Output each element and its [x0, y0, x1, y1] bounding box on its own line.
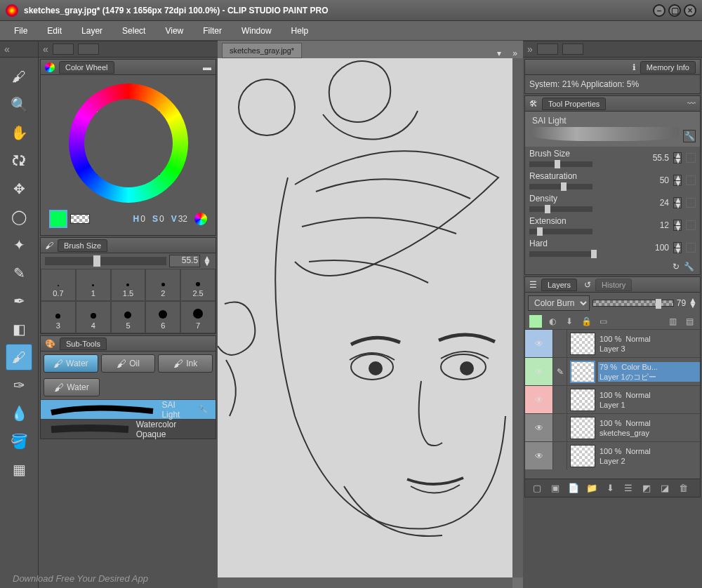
expand-icon[interactable]: » — [527, 44, 533, 55]
brush-size-value[interactable]: 55.5 — [169, 255, 200, 267]
history-tab[interactable]: History — [595, 279, 632, 291]
menu-window[interactable]: Window — [241, 26, 272, 36]
layer-row[interactable]: 👁100 % Normalsketches_gray — [525, 413, 700, 441]
rotate-tool[interactable]: 🗘 — [6, 147, 32, 174]
menu-view[interactable]: View — [165, 26, 183, 36]
layers-tab[interactable]: Layers — [541, 279, 577, 291]
mask-icon[interactable]: ▥ — [666, 315, 679, 328]
lock-icon[interactable]: 🔒 — [580, 315, 592, 328]
prop-link-icon[interactable] — [686, 153, 696, 163]
brush-preset[interactable]: 1 — [76, 269, 111, 301]
layer-row[interactable]: 👁100 % NormalLayer 3 — [525, 329, 700, 357]
eraser-tool[interactable]: ◧ — [6, 316, 32, 342]
new-folder-icon[interactable]: ▣ — [549, 482, 562, 495]
pen-tool[interactable]: ✒ — [6, 288, 32, 314]
prop-slider[interactable] — [529, 206, 592, 212]
prop-down[interactable]: ▼ — [673, 203, 682, 208]
maximize-button[interactable]: ▢ — [668, 4, 681, 17]
subtool-cat-ink[interactable]: 🖌Ink — [158, 354, 213, 373]
prop-slider[interactable] — [529, 161, 592, 167]
prop-down[interactable]: ▼ — [673, 248, 682, 253]
visibility-toggle[interactable]: 👁 — [525, 386, 553, 413]
layer-color-swatch[interactable] — [529, 315, 542, 328]
reference-icon[interactable]: ▭ — [597, 315, 609, 328]
layer-row[interactable]: 👁100 % NormalLayer 2 — [525, 441, 700, 469]
canvas[interactable] — [218, 58, 512, 577]
brush-size-down[interactable]: ▼ — [203, 261, 211, 266]
prop-link-icon[interactable] — [686, 198, 696, 208]
bg-swatch[interactable] — [70, 214, 90, 224]
edit-indicator[interactable] — [553, 442, 567, 469]
hand-tool[interactable]: ✋ — [6, 119, 32, 146]
visibility-toggle[interactable]: 👁 — [525, 414, 553, 441]
prop-down[interactable]: ▼ — [673, 225, 682, 231]
menu-help[interactable]: Help — [291, 26, 309, 36]
subtool-watercolor-opaque[interactable]: Watercolor Opaque — [41, 419, 216, 439]
brush-size-slider[interactable] — [45, 257, 166, 265]
airbrush-tool[interactable]: ✑ — [6, 372, 32, 399]
prop-slider[interactable] — [529, 251, 592, 257]
prop-slider[interactable] — [529, 184, 592, 189]
prop-link-icon[interactable] — [686, 243, 696, 253]
vertical-scrollbar[interactable] — [512, 58, 523, 577]
minimize-button[interactable]: – — [653, 4, 665, 17]
edit-indicator[interactable] — [553, 414, 567, 441]
brush-preset[interactable]: 7 — [180, 301, 216, 333]
lock-alpha-icon[interactable]: ◐ — [546, 315, 559, 328]
layer-row[interactable]: 👁100 % NormalLayer 1 — [525, 385, 700, 413]
brush-preset[interactable]: 2.5 — [180, 269, 216, 301]
edit-indicator[interactable] — [553, 330, 567, 357]
menu-edit[interactable]: Edit — [47, 26, 62, 36]
prop-down[interactable]: ▼ — [673, 180, 682, 186]
menu-filter[interactable]: Filter — [203, 26, 222, 36]
menu-select[interactable]: Select — [122, 26, 145, 36]
fill-tool[interactable]: 🪣 — [6, 428, 32, 455]
brush-preset[interactable]: 5 — [111, 301, 146, 333]
edit-indicator[interactable] — [553, 386, 567, 413]
collapse-right-icon[interactable]: » — [507, 48, 523, 58]
subtool-cat-oil[interactable]: 🖌Oil — [101, 354, 156, 373]
fg-swatch[interactable] — [49, 210, 67, 228]
layer-row[interactable]: 👁✎79 % Color Bu...Layer 1のコピー — [525, 357, 700, 385]
brush-size-tab[interactable]: Brush Size — [58, 239, 107, 252]
clip-icon[interactable]: ⬇ — [563, 315, 576, 328]
new-raster-icon[interactable]: 📄 — [567, 482, 580, 495]
visibility-toggle[interactable]: 👁 — [525, 330, 553, 357]
tab-dropdown-icon[interactable]: ▾ — [491, 48, 507, 58]
edit-indicator[interactable]: ✎ — [553, 358, 567, 385]
close-button[interactable]: × — [684, 4, 696, 17]
apply-mask-icon[interactable]: ◪ — [658, 482, 671, 495]
brush-preset[interactable]: 4 — [76, 301, 111, 333]
sub-tools-tab[interactable]: Sub-Tools — [60, 338, 107, 350]
reset-icon[interactable]: ↻ — [673, 262, 680, 272]
new-layer-icon[interactable]: ▢ — [531, 482, 543, 495]
subtool-cat-water[interactable]: 🖌Water — [44, 354, 98, 373]
brush-preset[interactable]: 6 — [145, 301, 180, 333]
wrench-icon[interactable]: 🔧 — [198, 405, 208, 415]
visibility-toggle[interactable]: 👁 — [525, 358, 553, 385]
sv-box[interactable] — [97, 112, 160, 175]
transfer-down-icon[interactable]: ⬇ — [604, 482, 616, 495]
color-wheel[interactable] — [69, 83, 188, 203]
opacity-down[interactable]: ▼ — [689, 303, 697, 308]
subtool-sai-light[interactable]: SAI Light🔧 — [41, 399, 216, 419]
blur-tool[interactable]: 💧 — [6, 400, 32, 427]
prop-link-icon[interactable] — [686, 220, 696, 230]
folder-icon[interactable]: 📁 — [585, 482, 598, 495]
wrench-icon[interactable]: 🔧 — [683, 130, 696, 142]
tool-properties-tab[interactable]: Tool Properties — [542, 98, 606, 110]
brush-preset[interactable]: 0.7 — [41, 269, 76, 301]
menu-layer[interactable]: Layer — [81, 26, 102, 36]
brush-preset[interactable]: 2 — [145, 269, 180, 301]
brush-shape-icon[interactable]: 〰 — [687, 99, 696, 109]
brush-preset[interactable]: 3 — [41, 301, 76, 333]
menu-file[interactable]: File — [14, 26, 27, 36]
gradient-tool[interactable]: ▦ — [6, 456, 32, 483]
visibility-toggle[interactable]: 👁 — [525, 442, 553, 469]
watercolor-tool[interactable]: 🖌 — [6, 344, 32, 370]
collapse-icon[interactable]: « — [43, 44, 48, 55]
mask-off-icon[interactable]: ▤ — [683, 315, 696, 328]
wand-tool[interactable]: ✦ — [6, 232, 32, 258]
memory-info-tab[interactable]: Memory Info — [640, 61, 696, 74]
opacity-slider[interactable] — [592, 300, 674, 307]
